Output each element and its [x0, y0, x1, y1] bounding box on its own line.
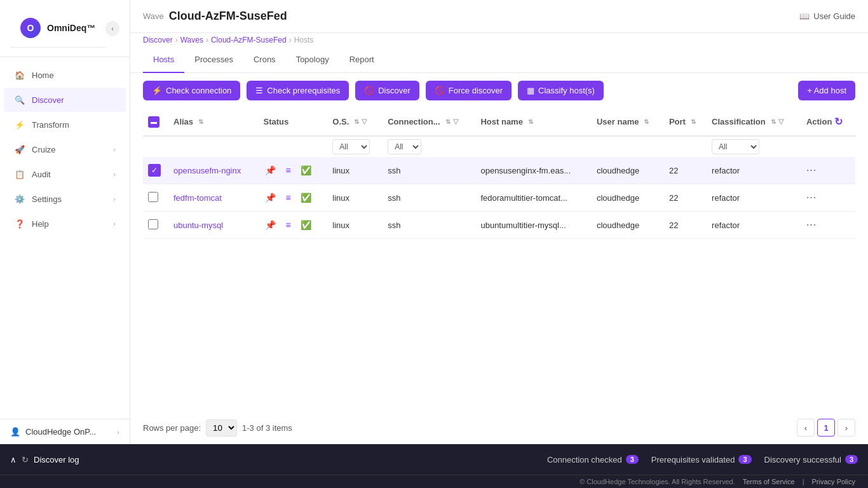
sort-icon: ⇅ [691, 118, 696, 125]
row-classification-cell: refactor [707, 212, 801, 239]
rows-per-page-select[interactable]: 10 20 50 [206, 419, 237, 437]
tab-topology[interactable]: Topology [286, 47, 339, 73]
row-actions-menu[interactable]: ··· [806, 192, 817, 203]
current-page: 1 [817, 419, 835, 437]
wave-label: Wave [143, 11, 164, 21]
sidebar-item-settings[interactable]: ⚙️ Settings › [4, 187, 126, 211]
list-icon: ≡ [281, 218, 295, 232]
sidebar-collapse-button[interactable]: ‹ [105, 21, 119, 36]
sort-icon: ⇅ [644, 118, 649, 125]
row-status-cell: 📌 ≡ ✅ [259, 184, 328, 212]
row-checkbox[interactable] [148, 219, 158, 229]
tab-crons[interactable]: Crons [243, 47, 286, 73]
th-hostname: Host name ⇅ [475, 108, 592, 136]
pagination: Rows per page: 10 20 50 1-3 of 3 items ‹… [130, 411, 868, 444]
pin-icon: 📌 [264, 218, 278, 232]
breadcrumb-waves[interactable]: Waves [180, 36, 203, 44]
copyright-text: © CloudHedge Technologies. All Rights Re… [580, 478, 735, 485]
items-range: 1-3 of 3 items [242, 423, 292, 433]
tab-bar: Hosts Processes Crons Topology Report [130, 47, 868, 73]
discover-button[interactable]: 🚫 Discover [355, 81, 419, 100]
row-actions-menu[interactable]: ··· [806, 165, 817, 175]
row-checkbox-checked[interactable]: ✓ [148, 164, 161, 177]
os-filter[interactable]: All linux [332, 139, 370, 154]
row-os-cell: linux [327, 157, 383, 184]
breadcrumb-current: Hosts [294, 36, 314, 44]
chevron-up-icon[interactable]: ∧ [10, 455, 17, 464]
user-guide-button[interactable]: 📖 User Guide [799, 11, 855, 21]
row-port-cell: 22 [664, 212, 707, 239]
filter-icon[interactable]: ▽ [453, 118, 458, 126]
row-port-cell: 22 [664, 157, 707, 184]
terms-link[interactable]: Terms of Service [743, 478, 795, 485]
table-row: ubuntu-mysql 📌 ≡ ✅ linux ssh ubuntumulti… [143, 212, 855, 239]
row-actions-menu[interactable]: ··· [806, 219, 817, 230]
row-hostname-cell: opensusenginx-fm.eas... [475, 157, 592, 184]
filter-icon[interactable]: ▽ [362, 118, 367, 126]
sidebar-user[interactable]: 👤 CloudHedge OnP... › [0, 419, 130, 444]
book-icon: 📖 [799, 11, 810, 21]
discover-log-section: ∧ ↻ Discover log [10, 455, 79, 464]
classification-filter-cell: All refactor [707, 136, 801, 157]
tab-processes[interactable]: Processes [184, 47, 243, 73]
host-link[interactable]: fedfm-tomcat [173, 193, 222, 203]
sort-icon: ⇅ [528, 118, 533, 125]
th-connection-label: Connection... [388, 117, 440, 126]
table-filter-row: All linux All ssh [143, 136, 855, 157]
check-circle-icon: ✅ [299, 163, 313, 177]
discover-btn-icon: 🚫 [364, 86, 374, 95]
tab-hosts[interactable]: Hosts [143, 47, 184, 73]
os-filter-cell: All linux [327, 136, 383, 157]
sort-icon: ⇅ [354, 118, 359, 125]
cruize-icon: 🚀 [14, 144, 25, 155]
check-prerequisites-button[interactable]: ☰ Check prerequisites [247, 81, 349, 100]
next-page-button[interactable]: › [837, 419, 855, 437]
force-discover-button[interactable]: 🚫 Force discover [426, 81, 512, 100]
sort-icon: ⇅ [198, 118, 203, 125]
discovery-successful-label: Discovery successful [764, 455, 841, 464]
check-connection-button[interactable]: ⚡ Check connection [143, 81, 240, 100]
prev-page-button[interactable]: ‹ [797, 419, 815, 437]
table-row: fedfm-tomcat 📌 ≡ ✅ linux ssh fedoramulti… [143, 184, 855, 212]
sidebar-item-discover[interactable]: 🔍 Discover [4, 88, 126, 112]
th-classification-label: Classification [712, 117, 766, 126]
rows-per-page-label: Rows per page: [143, 423, 201, 433]
connection-filter[interactable]: All ssh [388, 139, 421, 154]
classify-hosts-button[interactable]: ▦ Classify host(s) [518, 81, 604, 100]
th-classification: Classification ⇅ ▽ [707, 108, 801, 136]
breadcrumb: Discover › Waves › Cloud-AzFM-SuseFed › … [130, 33, 868, 47]
host-link[interactable]: ubuntu-mysql [173, 220, 223, 230]
toolbar: ⚡ Check connection ☰ Check prerequisites… [130, 73, 868, 108]
breadcrumb-sep2: › [206, 36, 208, 44]
sidebar-nav: 🏠 Home 🔍 Discover ⚡ Transform 🚀 Cruize ›… [0, 57, 130, 419]
row-status-cell: 📌 ≡ ✅ [259, 212, 328, 239]
footer-sep: | [803, 478, 804, 485]
row-checkbox[interactable] [148, 192, 158, 202]
prerequisites-validated-count: 3 [738, 455, 751, 464]
row-username-cell: cloudhedge [592, 212, 664, 239]
sidebar-item-label: Help [32, 219, 49, 229]
refresh-icon[interactable]: ↻ [834, 116, 843, 128]
sidebar: O OmniDeq™ ‹ 🏠 Home 🔍 Discover ⚡ Transfo… [0, 0, 130, 444]
privacy-link[interactable]: Privacy Policy [812, 478, 855, 485]
sidebar-item-home[interactable]: 🏠 Home [4, 63, 126, 87]
filter-icon[interactable]: ▽ [778, 118, 783, 126]
th-checkbox: ▬ [143, 108, 168, 136]
breadcrumb-discover[interactable]: Discover [143, 36, 173, 44]
th-username: User name ⇅ [592, 108, 664, 136]
row-alias-cell: opensusefm-nginx [168, 157, 259, 184]
sort-icon: ⇅ [771, 118, 776, 125]
host-link[interactable]: opensusefm-nginx [173, 166, 241, 175]
sidebar-item-transform[interactable]: ⚡ Transform [4, 112, 126, 137]
connection-checked-label: Connection checked [547, 455, 622, 464]
breadcrumb-wave-name[interactable]: Cloud-AzFM-SuseFed [211, 36, 287, 44]
tab-report[interactable]: Report [339, 47, 384, 73]
th-username-label: User name [597, 117, 639, 126]
select-all-checkbox[interactable]: ▬ [148, 116, 159, 128]
add-host-button[interactable]: + Add host [798, 81, 855, 100]
force-discover-label: Force discover [449, 86, 503, 95]
sidebar-item-audit[interactable]: 📋 Audit › [4, 162, 126, 186]
sidebar-item-help[interactable]: ❓ Help › [4, 212, 126, 236]
sidebar-item-cruize[interactable]: 🚀 Cruize › [4, 137, 126, 161]
classification-filter[interactable]: All refactor [712, 139, 759, 154]
